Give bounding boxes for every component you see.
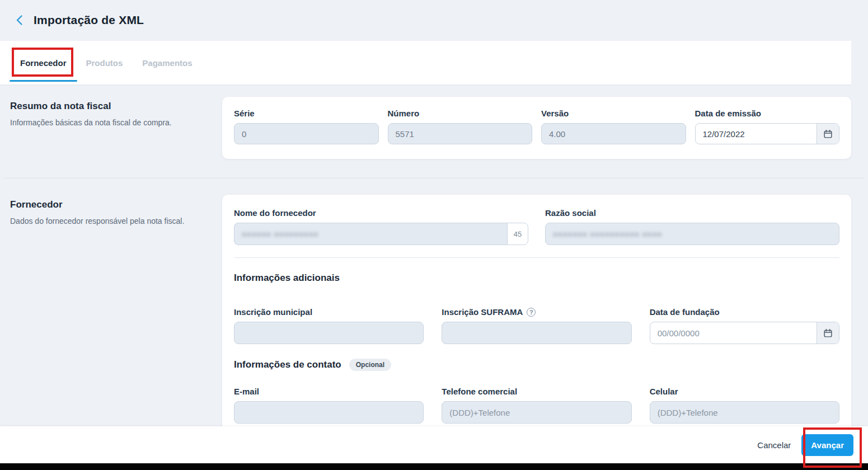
versao-field: Versão 4.00 [541,109,686,144]
tab-produtos-label: Produtos [86,58,123,68]
cancel-button[interactable]: Cancelar [757,440,791,450]
numero-input: 5571 [388,123,533,144]
inscricao-municipal-label: Inscrição municipal [234,307,424,317]
section-divider [4,178,864,178]
inscricao-suframa-field: Inscrição SUFRAMA ? [442,307,631,344]
email-field: E-mail [234,387,424,424]
active-tab-underline [10,80,77,82]
nome-fornecedor-input: ●●●●●● ●●●●●●●●● [234,223,507,245]
data-fundacao-calendar-button[interactable] [817,322,839,344]
celular-label: Celular [650,387,839,396]
fornecedor-heading: Fornecedor [10,199,212,210]
inscricao-municipal-field: Inscrição municipal [234,307,424,344]
serie-label: Série [234,109,379,118]
resumo-heading: Resumo da nota fiscal [10,101,212,112]
fornecedor-card: Nome do fornecedor ●●●●●● ●●●●●●●●● 45 R… [222,195,851,442]
data-fundacao-field: Data de fundação 00/00/0000 [650,307,839,344]
versao-label: Versão [541,109,686,118]
next-button[interactable]: Avançar [801,434,853,456]
tab-pagamentos[interactable]: Pagamentos [142,41,192,84]
data-emissao-calendar-button[interactable] [817,124,839,144]
help-icon[interactable]: ? [527,308,536,317]
data-emissao-label: Data de emissão [695,109,840,118]
redacted-value: ●●●●●●● ●●●●●●●●●● ●●●● [553,230,662,238]
calendar-icon [823,129,833,139]
card-inner-divider [234,257,839,258]
resumo-section-description: Resumo da nota fiscal Informações básica… [10,101,212,128]
back-chevron-icon[interactable] [16,15,24,26]
footer-bar: Cancelar Avançar [0,426,868,463]
celular-field: Celular [650,387,839,424]
page-header: Importação de XML [16,13,144,27]
contato-heading-text: Informações de contato [234,359,341,370]
inscricao-suframa-label-text: Inscrição SUFRAMA [442,307,523,317]
tab-produtos[interactable]: Produtos [86,41,123,84]
inscricao-suframa-label: Inscrição SUFRAMA ? [442,307,631,317]
calendar-icon [823,328,833,338]
optional-badge: Opcional [349,359,391,371]
numero-field: Número 5571 [388,109,533,144]
fornecedor-subtext: Dados do fornecedor responsável pela not… [10,216,212,227]
celular-input[interactable] [650,401,839,424]
telefone-comercial-field: Telefone comercial [442,387,631,424]
razao-social-label: Razão social [545,208,839,218]
nome-fornecedor-label: Nome do fornecedor [234,208,528,218]
razao-social-field: Razão social ●●●●●●● ●●●●●●●●●● ●●●● [545,208,839,245]
serie-field: Série 0 [234,109,379,144]
char-counter: 45 [507,223,528,245]
fornecedor-section-description: Fornecedor Dados do fornecedor responsáv… [10,199,212,227]
email-input[interactable] [234,401,424,424]
nome-fornecedor-field: Nome do fornecedor ●●●●●● ●●●●●●●●● 45 [234,208,528,245]
telefone-comercial-input[interactable] [442,401,631,424]
data-emissao-input[interactable]: 12/07/2022 [696,124,817,144]
adicionais-heading-text: Informações adicionais [234,272,340,284]
numero-label: Número [388,109,533,118]
data-emissao-field: Data de emissão 12/07/2022 [695,109,840,144]
adicionais-heading: Informações adicionais [234,272,839,284]
razao-social-input: ●●●●●●● ●●●●●●●●●● ●●●● [545,223,839,245]
resumo-card: Série 0 Número 5571 Versão 4.00 Data de … [222,97,851,159]
contato-heading: Informações de contato Opcional [234,359,839,371]
serie-input: 0 [234,123,379,144]
tab-fornecedor-label: Fornecedor [20,58,67,68]
inscricao-municipal-input[interactable] [234,322,424,344]
telefone-comercial-label: Telefone comercial [442,387,631,396]
redacted-value: ●●●●●● ●●●●●●●●● [242,230,318,238]
tab-pagamentos-label: Pagamentos [142,58,192,68]
email-label: E-mail [234,387,424,396]
resumo-subtext: Informações básicas da nota fiscal de co… [10,118,212,128]
inscricao-suframa-input[interactable] [442,322,631,344]
tabbar: Fornecedor Produtos Pagamentos [0,41,851,85]
data-fundacao-label: Data de fundação [650,307,839,317]
versao-input: 4.00 [541,123,686,144]
page-title: Importação de XML [34,13,144,27]
data-fundacao-input[interactable]: 00/00/0000 [650,322,817,344]
bottom-black-strip [0,463,868,470]
tab-fornecedor[interactable]: Fornecedor [20,41,67,84]
